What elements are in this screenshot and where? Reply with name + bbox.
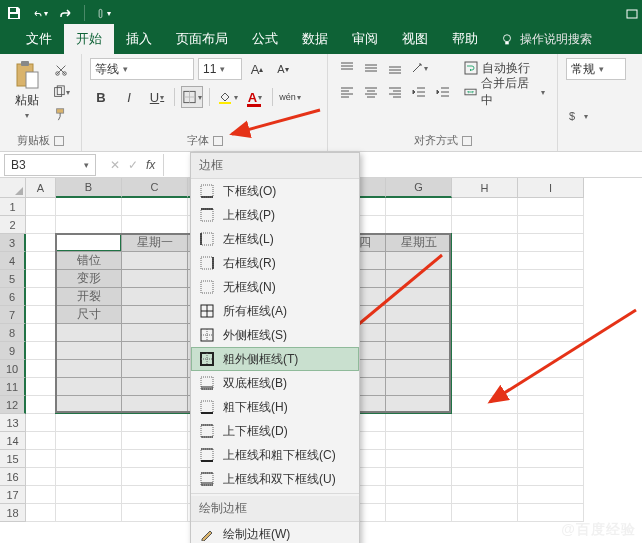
bold-button[interactable]: B [90,86,112,108]
select-all-triangle[interactable] [0,178,26,198]
row-header-7[interactable]: 7 [0,306,26,324]
copy-button[interactable]: ▾ [49,82,73,102]
redo-icon[interactable] [58,5,74,21]
cell[interactable] [386,486,452,504]
paste-button[interactable]: 粘贴 ▾ [8,58,45,120]
cell[interactable] [56,504,122,522]
tell-me-search[interactable]: 操作说明搜索 [490,25,602,54]
cell[interactable] [518,252,584,270]
cell[interactable] [122,396,188,414]
dropdown-item[interactable]: 绘制边框(W) [191,522,359,543]
dropdown-item[interactable]: 左框线(L) [191,227,359,251]
cell[interactable] [56,216,122,234]
cell[interactable] [452,252,518,270]
window-control-icon[interactable] [622,0,642,26]
cell[interactable] [56,324,122,342]
cell[interactable] [386,360,452,378]
cell[interactable] [122,360,188,378]
cell[interactable]: 错位 [56,252,122,270]
col-header-C[interactable]: C [122,178,188,198]
enter-icon[interactable]: ✓ [128,158,138,172]
row-header-4[interactable]: 4 [0,252,26,270]
cell[interactable] [386,342,452,360]
cell[interactable] [452,306,518,324]
cell[interactable] [26,270,56,288]
cell[interactable] [452,450,518,468]
cell[interactable] [386,468,452,486]
row-header-10[interactable]: 10 [0,360,26,378]
cell[interactable] [518,486,584,504]
cut-button[interactable] [49,60,73,80]
number-format-combo[interactable]: 常规▾ [566,58,626,80]
cell[interactable] [122,504,188,522]
row-header-8[interactable]: 8 [0,324,26,342]
cell[interactable] [518,270,584,288]
row-header-1[interactable]: 1 [0,198,26,216]
cell[interactable] [452,198,518,216]
phonetic-button[interactable]: wén▾ [279,86,301,108]
cell[interactable] [518,414,584,432]
cell[interactable] [26,360,56,378]
dropdown-item[interactable]: 右框线(R) [191,251,359,275]
align-bottom-icon[interactable] [384,58,406,78]
cell[interactable] [518,360,584,378]
cell[interactable] [386,324,452,342]
cell[interactable] [122,252,188,270]
cell[interactable] [122,450,188,468]
tab-file[interactable]: 文件 [14,24,64,54]
cell[interactable] [122,306,188,324]
cell[interactable] [452,216,518,234]
cell[interactable] [386,288,452,306]
cell[interactable]: 区分 [56,234,122,252]
cell[interactable] [26,504,56,522]
cell[interactable] [518,450,584,468]
cell[interactable] [26,306,56,324]
underline-button[interactable]: U▾ [146,86,168,108]
cell[interactable] [26,396,56,414]
dropdown-item[interactable]: 上框线和双下框线(U) [191,467,359,491]
cell[interactable] [518,198,584,216]
cell[interactable] [122,324,188,342]
cell[interactable] [26,414,56,432]
undo-icon[interactable]: ▾ [32,5,48,21]
cell[interactable] [56,468,122,486]
cell[interactable] [122,216,188,234]
row-header-9[interactable]: 9 [0,342,26,360]
cell[interactable] [56,486,122,504]
cell[interactable] [56,198,122,216]
tab-view[interactable]: 视图 [390,24,440,54]
cell[interactable] [56,360,122,378]
row-header-11[interactable]: 11 [0,378,26,396]
cancel-icon[interactable]: ✕ [110,158,120,172]
cell[interactable] [122,468,188,486]
cell[interactable] [26,252,56,270]
row-header-6[interactable]: 6 [0,288,26,306]
cell[interactable] [386,378,452,396]
dropdown-item[interactable]: 上框线(P) [191,203,359,227]
cell[interactable] [122,414,188,432]
cell[interactable] [518,432,584,450]
cell[interactable] [518,234,584,252]
dropdown-item[interactable]: 双底框线(B) [191,371,359,395]
cell[interactable] [386,270,452,288]
cell[interactable] [518,396,584,414]
cell[interactable] [452,468,518,486]
cell[interactable] [122,342,188,360]
cell[interactable] [26,468,56,486]
dropdown-item[interactable]: 粗下框线(H) [191,395,359,419]
align-center-icon[interactable] [360,82,382,102]
cell[interactable] [56,342,122,360]
dropdown-item[interactable]: 下框线(O) [191,179,359,203]
name-box[interactable]: B3 ▾ [4,154,96,176]
cell[interactable] [122,432,188,450]
tab-home[interactable]: 开始 [64,24,114,54]
merge-center-button[interactable]: 合并后居中 ▾ [460,82,549,102]
dropdown-item[interactable]: 无框线(N) [191,275,359,299]
italic-button[interactable]: I [118,86,140,108]
font-name-combo[interactable]: 等线▾ [90,58,194,80]
format-painter-button[interactable] [49,104,73,124]
cell[interactable] [452,234,518,252]
cell[interactable] [452,270,518,288]
cell[interactable] [452,486,518,504]
decrease-indent-icon[interactable] [408,82,430,102]
